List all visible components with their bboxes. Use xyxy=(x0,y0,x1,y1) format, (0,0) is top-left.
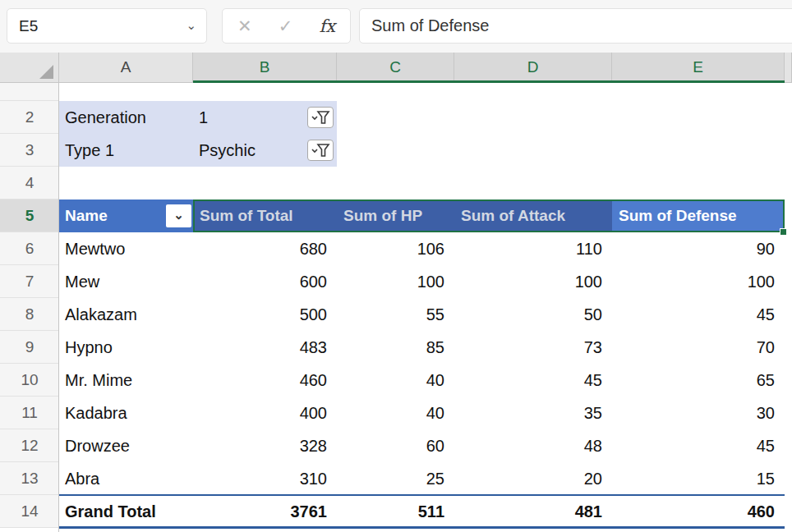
pivot-cell[interactable]: 50 xyxy=(454,298,612,331)
pivot-cell[interactable]: 40 xyxy=(337,397,454,429)
pivot-cell[interactable]: 460 xyxy=(193,364,337,397)
pivot-cell[interactable]: 35 xyxy=(454,397,612,429)
grand-total-cell[interactable]: 3761 xyxy=(193,495,337,528)
row-header-7[interactable]: 7 xyxy=(0,265,59,298)
row-header-6[interactable]: 6 xyxy=(0,232,59,265)
row-header-8[interactable]: 8 xyxy=(0,298,59,331)
row-number: 2 xyxy=(0,101,59,134)
row-header-5[interactable]: 5 xyxy=(0,200,59,232)
name-box[interactable]: E5 ⌄ xyxy=(7,8,207,44)
name-box-chevron-icon[interactable]: ⌄ xyxy=(186,9,196,41)
pivot-cell[interactable]: 90 xyxy=(612,232,785,265)
pivot-cell[interactable]: 55 xyxy=(337,298,454,331)
row-header-13[interactable]: 13 xyxy=(0,462,59,495)
grand-total-cell[interactable]: 511 xyxy=(337,495,454,528)
pivot-cell[interactable]: 45 xyxy=(612,298,785,331)
pivot-row-name[interactable]: Abra xyxy=(59,462,193,495)
pivot-cell[interactable]: 73 xyxy=(454,331,612,364)
pivot-cell[interactable]: 40 xyxy=(337,364,454,397)
row-header-14[interactable]: 14 xyxy=(0,495,59,528)
column-header-a[interactable]: A xyxy=(59,53,193,83)
select-all-button[interactable] xyxy=(0,53,59,83)
cancel-icon[interactable]: ✕ xyxy=(237,16,252,36)
pivot-row-name[interactable]: Mew xyxy=(59,265,193,298)
filter-dropdown-button[interactable] xyxy=(307,140,334,161)
row-header-1[interactable]: 1 xyxy=(0,83,59,101)
pivot-header-name[interactable]: Name⌄ xyxy=(59,200,193,232)
pivot-cell[interactable]: 85 xyxy=(337,331,454,364)
row-header-4[interactable]: 4 xyxy=(0,167,59,200)
pivot-row-name[interactable]: Drowzee xyxy=(59,429,193,462)
filter-dropdown-button[interactable] xyxy=(307,107,334,128)
pivot-row-name[interactable]: Mewtwo xyxy=(59,232,193,265)
pivot-cell[interactable]: 15 xyxy=(612,462,785,495)
pivot-cell[interactable]: 600 xyxy=(193,265,337,298)
pivot-row-name[interactable]: Alakazam xyxy=(59,298,193,331)
pivot-cell[interactable]: 100 xyxy=(612,265,785,298)
pivot-cell[interactable]: 48 xyxy=(454,429,612,462)
grand-total-cell[interactable]: 481 xyxy=(454,495,612,528)
pivot-cell[interactable]: 483 xyxy=(193,331,337,364)
pivot-cell[interactable]: 100 xyxy=(337,265,454,298)
pivot-cell[interactable]: 110 xyxy=(454,232,612,265)
row-number: 10 xyxy=(0,364,59,397)
pivot-cell[interactable]: 60 xyxy=(337,429,454,462)
row-header-11[interactable]: 11 xyxy=(0,397,59,429)
column-header-partial[interactable] xyxy=(785,53,792,83)
formula-bar[interactable]: Sum of Defense xyxy=(359,8,792,44)
pivot-header-sum-of-hp[interactable]: Sum of HP xyxy=(337,200,454,232)
column-header-c[interactable]: C xyxy=(337,53,454,83)
row-header-2[interactable]: 2 xyxy=(0,101,59,134)
formula-bar-value: Sum of Defense xyxy=(371,9,489,43)
pivot-row-name[interactable]: Kadabra xyxy=(59,397,193,429)
pivot-cell[interactable]: 106 xyxy=(337,232,454,265)
pivot-cell[interactable]: 70 xyxy=(612,331,785,364)
grand-total-label[interactable]: Grand Total xyxy=(59,495,193,528)
row-number: 8 xyxy=(0,298,59,331)
formula-buttons: ✕ ✓ fx xyxy=(222,8,351,44)
pivot-cell[interactable]: 45 xyxy=(454,364,612,397)
filter-funnel-icon xyxy=(311,143,330,158)
row-number: 4 xyxy=(0,167,59,200)
row-number: 6 xyxy=(0,232,59,265)
pivot-row-name[interactable]: Mr. Mime xyxy=(59,364,193,397)
pivot-header-sum-of-attack[interactable]: Sum of Attack xyxy=(454,200,612,232)
pivot-cell[interactable]: 310 xyxy=(193,462,337,495)
row-header-12[interactable]: 12 xyxy=(0,429,59,462)
pivot-cell[interactable]: 20 xyxy=(454,462,612,495)
pivot-cell[interactable]: 25 xyxy=(337,462,454,495)
pivot-cell[interactable]: 30 xyxy=(612,397,785,429)
name-box-value: E5 xyxy=(19,9,38,43)
row-header-3[interactable]: 3 xyxy=(0,134,59,167)
pivot-cell[interactable]: 328 xyxy=(193,429,337,462)
row-header-10[interactable]: 10 xyxy=(0,364,59,397)
filter-funnel-icon xyxy=(311,110,330,125)
column-header-d[interactable]: D xyxy=(454,53,612,83)
row-number: 3 xyxy=(0,134,59,167)
pivot-cell[interactable]: 680 xyxy=(193,232,337,265)
pivot-cell[interactable]: 500 xyxy=(193,298,337,331)
insert-function-icon[interactable]: fx xyxy=(319,16,335,36)
column-header-b[interactable]: B xyxy=(193,53,337,83)
row-number: 9 xyxy=(0,331,59,364)
pivot-header-sum-of-total[interactable]: Sum of Total xyxy=(193,200,337,232)
column-header-e[interactable]: E xyxy=(612,53,785,83)
row-number: 14 xyxy=(0,495,59,528)
filter-field-label[interactable]: Type 1 xyxy=(59,134,193,167)
pivot-cell[interactable]: 45 xyxy=(612,429,785,462)
pivot-cell[interactable]: 100 xyxy=(454,265,612,298)
grand-total-cell[interactable]: 460 xyxy=(612,495,785,528)
filter-field-label[interactable]: Generation xyxy=(59,101,193,134)
row-number: 1 xyxy=(0,83,59,94)
pivot-row-name[interactable]: Hypno xyxy=(59,331,193,364)
row-header-9[interactable]: 9 xyxy=(0,331,59,364)
select-all-triangle-icon xyxy=(39,65,53,79)
row-number: 7 xyxy=(0,265,59,298)
pivot-cell[interactable]: 65 xyxy=(612,364,785,397)
worksheet-grid: ABCDE1234567891011121314Generation1Type … xyxy=(0,53,792,532)
enter-icon[interactable]: ✓ xyxy=(279,16,293,36)
pivot-name-dropdown-button[interactable]: ⌄ xyxy=(166,204,191,227)
pivot-header-sum-of-defense[interactable]: Sum of Defense xyxy=(612,200,785,232)
row-number: 13 xyxy=(0,462,59,495)
pivot-cell[interactable]: 400 xyxy=(193,397,337,429)
